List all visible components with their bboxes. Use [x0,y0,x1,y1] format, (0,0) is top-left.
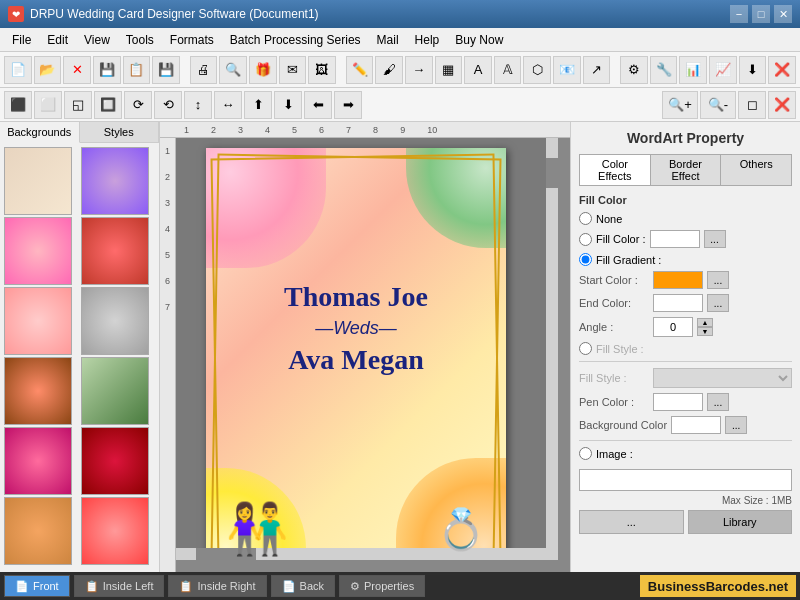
wordart-button[interactable]: 𝔸 [494,56,522,84]
open-button[interactable]: 📂 [34,56,62,84]
maximize-button[interactable]: □ [752,5,770,23]
arrow-button[interactable]: → [405,56,433,84]
extra1-button[interactable]: ⚙ [620,56,648,84]
dots-button[interactable]: ... [579,510,684,534]
menu-formats[interactable]: Formats [162,31,222,49]
bg-item-9[interactable] [4,427,72,495]
menu-help[interactable]: Help [407,31,448,49]
tab-front[interactable]: 📄 Front [4,575,70,597]
tab-others[interactable]: Others [721,155,791,185]
tb2-btn12[interactable]: ➡ [334,91,362,119]
close-button[interactable]: ✕ [774,5,792,23]
brush-button[interactable]: 🖌 [375,56,403,84]
mail-button[interactable]: ✉ [279,56,307,84]
tb2-extra4[interactable]: ❌ [768,91,796,119]
tb2-btn7[interactable]: ↕ [184,91,212,119]
tab-back[interactable]: 📄 Back [271,575,335,597]
menu-mail[interactable]: Mail [369,31,407,49]
cursor-button[interactable]: ↗ [583,56,611,84]
radio-fill-style[interactable] [579,342,592,355]
vertical-scrollbar[interactable] [546,138,558,560]
tb2-btn10[interactable]: ⬇ [274,91,302,119]
bg-item-5[interactable] [4,287,72,355]
styles-tab[interactable]: Styles [80,122,160,142]
start-color-picker-btn[interactable]: ... [707,271,729,289]
new-button[interactable]: 📄 [4,56,32,84]
barcode-button[interactable]: ▦ [435,56,463,84]
angle-up-btn[interactable]: ▲ [697,318,713,327]
radio-fill-color[interactable] [579,233,592,246]
radio-image[interactable] [579,447,592,460]
angle-down-btn[interactable]: ▼ [697,327,713,336]
tb2-btn9[interactable]: ⬆ [244,91,272,119]
fill-color-swatch[interactable] [650,230,700,248]
tb2-btn5[interactable]: ⟳ [124,91,152,119]
menu-batch[interactable]: Batch Processing Series [222,31,369,49]
extra3-button[interactable]: 📊 [679,56,707,84]
scrollbar-thumb[interactable] [546,158,558,188]
fill-style-select[interactable] [653,368,792,388]
bg-item-8[interactable] [81,357,149,425]
bg-item-7[interactable] [4,357,72,425]
shape-button[interactable]: ⬡ [523,56,551,84]
bg-item-4[interactable] [81,217,149,285]
extra4-button[interactable]: 📈 [709,56,737,84]
menu-edit[interactable]: Edit [39,31,76,49]
text-button[interactable]: A [464,56,492,84]
bg-item-12[interactable] [81,497,149,565]
image-button[interactable]: 🖼 [308,56,336,84]
tb2-extra3[interactable]: ◻ [738,91,766,119]
backgrounds-tab[interactable]: Backgrounds [0,122,80,143]
tb2-btn1[interactable]: ⬛ [4,91,32,119]
tab-border-effect[interactable]: Border Effect [651,155,722,185]
bg-item-10[interactable] [81,427,149,495]
bg-item-2[interactable] [81,147,149,215]
start-color-swatch[interactable] [653,271,703,289]
minimize-button[interactable]: − [730,5,748,23]
save-button[interactable]: 💾 [93,56,121,84]
angle-input[interactable]: 0 [653,317,693,337]
tb2-extra1[interactable]: 🔍+ [662,91,698,119]
tab-inside-left[interactable]: 📋 Inside Left [74,575,165,597]
tab-properties[interactable]: ⚙ Properties [339,575,425,597]
bg-item-6[interactable] [81,287,149,355]
extra2-button[interactable]: 🔧 [650,56,678,84]
pen-button[interactable]: ✏️ [346,56,374,84]
gift-button[interactable]: 🎁 [249,56,277,84]
menu-view[interactable]: View [76,31,118,49]
close-doc-button[interactable]: ✕ [63,56,91,84]
preview-button[interactable]: 🔍 [219,56,247,84]
radio-none[interactable] [579,212,592,225]
library-button[interactable]: Library [688,510,793,534]
bg-item-1[interactable] [4,147,72,215]
extra5-button[interactable]: ⬇ [739,56,767,84]
email2-button[interactable]: 📧 [553,56,581,84]
tb2-btn4[interactable]: 🔲 [94,91,122,119]
bg-color-picker-btn[interactable]: ... [725,416,747,434]
menu-tools[interactable]: Tools [118,31,162,49]
tb2-btn2[interactable]: ⬜ [34,91,62,119]
save-as-button[interactable]: 📋 [123,56,151,84]
tb2-extra2[interactable]: 🔍- [700,91,736,119]
tab-inside-right[interactable]: 📋 Inside Right [168,575,266,597]
bg-color-swatch[interactable] [671,416,721,434]
tb2-btn8[interactable]: ↔ [214,91,242,119]
bg-item-3[interactable] [4,217,72,285]
print-button[interactable]: 🖨 [190,56,218,84]
pen-color-picker-btn[interactable]: ... [707,393,729,411]
tab-color-effects[interactable]: Color Effects [580,155,651,185]
bg-item-11[interactable] [4,497,72,565]
fill-color-picker-btn[interactable]: ... [704,230,726,248]
menu-buynow[interactable]: Buy Now [447,31,511,49]
radio-fill-gradient[interactable] [579,253,592,266]
tb2-btn6[interactable]: ⟲ [154,91,182,119]
save2-button[interactable]: 💾 [152,56,180,84]
canvas-scroll-area[interactable]: Thomas Joe Weds Ava Megan 👫 💍 [176,138,558,560]
tb2-btn11[interactable]: ⬅ [304,91,332,119]
menu-file[interactable]: File [4,31,39,49]
tb2-btn3[interactable]: ◱ [64,91,92,119]
end-color-swatch[interactable] [653,294,703,312]
image-url-input[interactable] [579,469,792,491]
end-color-picker-btn[interactable]: ... [707,294,729,312]
extra6-button[interactable]: ❌ [768,56,796,84]
